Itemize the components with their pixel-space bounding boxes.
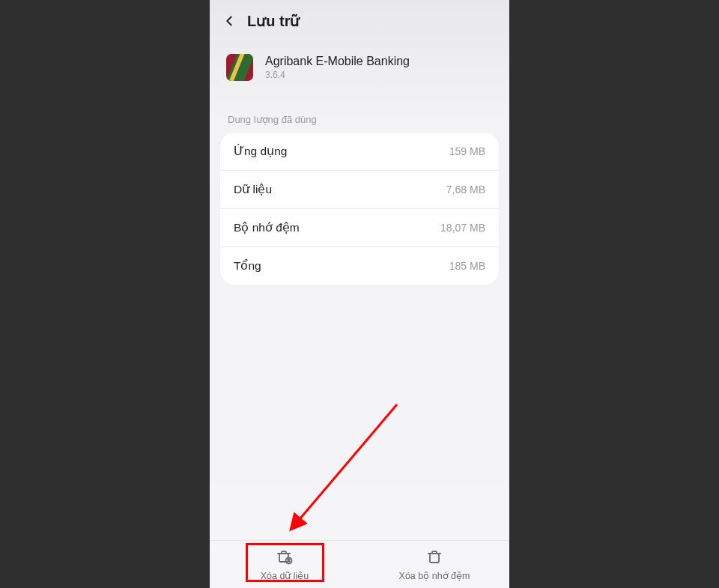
clear-cache-button[interactable]: Xóa bộ nhớ đệm	[360, 541, 509, 588]
bottom-action-bar: Xóa dữ liệu Xóa bộ nhớ đệm	[210, 540, 509, 588]
storage-row-total: Tổng 185 MB	[220, 247, 499, 285]
row-label: Dữ liệu	[234, 183, 272, 196]
storage-row-app: Ứng dụng 159 MB	[220, 133, 499, 171]
svg-line-4	[292, 404, 397, 528]
phone-frame: Lưu trữ Agribank E-Mobile Banking 3.6.4 …	[210, 0, 509, 588]
row-value: 185 MB	[449, 260, 485, 272]
clear-data-button[interactable]: Xóa dữ liệu	[210, 541, 360, 588]
clear-cache-label: Xóa bộ nhớ đệm	[399, 570, 470, 581]
row-value: 7,68 MB	[446, 184, 485, 196]
back-icon[interactable]	[219, 10, 240, 31]
row-label: Bộ nhớ đệm	[234, 221, 300, 234]
storage-card: Ứng dụng 159 MB Dữ liệu 7,68 MB Bộ nhớ đ…	[220, 133, 499, 285]
app-icon	[226, 54, 253, 81]
row-label: Tổng	[234, 259, 261, 273]
trash-data-icon	[276, 548, 294, 568]
app-name: Agribank E-Mobile Banking	[265, 55, 410, 68]
header-bar: Lưu trữ	[210, 0, 509, 39]
storage-row-data: Dữ liệu 7,68 MB	[220, 171, 499, 209]
page-title: Lưu trữ	[247, 12, 300, 30]
app-version: 3.6.4	[265, 70, 410, 80]
row-value: 18,07 MB	[440, 222, 485, 234]
trash-cache-icon	[425, 548, 443, 568]
section-label-used-space: Dung lượng đã dùng	[210, 88, 509, 133]
svg-rect-2	[430, 554, 439, 563]
storage-row-cache: Bộ nhớ đệm 18,07 MB	[220, 209, 499, 247]
annotation-arrow-icon	[277, 397, 412, 547]
row-label: Ứng dụng	[234, 145, 287, 158]
row-value: 159 MB	[449, 145, 485, 157]
app-info-row: Agribank E-Mobile Banking 3.6.4	[210, 39, 509, 88]
clear-data-label: Xóa dữ liệu	[261, 570, 309, 581]
